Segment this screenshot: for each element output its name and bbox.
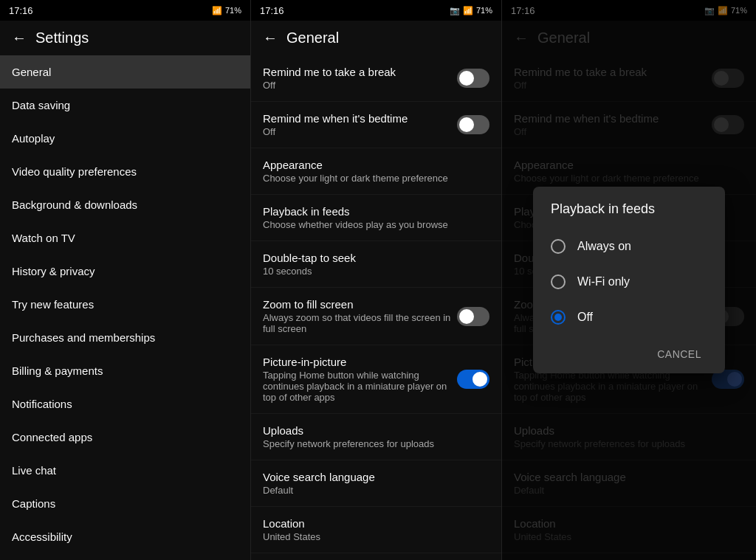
setting-appearance[interactable]: Appearance Choose your light or dark the… (251, 148, 501, 195)
status-time-1: 17:16 (9, 5, 33, 16)
battery-icon: 71% (225, 6, 241, 15)
setting-pip-title: Picture-in-picture (263, 356, 457, 368)
nav-item-notifications[interactable]: Notifications (0, 387, 250, 421)
nav-item-live-chat[interactable]: Live chat (0, 454, 250, 487)
setting-voice-search[interactable]: Voice search language Default (251, 460, 501, 507)
setting-double-tap-text: Double-tap to seek 10 seconds (263, 252, 489, 277)
setting-zoom-fill-subtitle: Always zoom so that videos fill the scre… (263, 312, 457, 334)
setting-zoom-fill-text: Zoom to fill screen Always zoom so that … (263, 298, 457, 334)
radio-always-on[interactable] (551, 239, 566, 254)
general-header: ← General (251, 21, 501, 55)
nav-list: General Data saving Autoplay Video quali… (0, 55, 250, 560)
pip-toggle-thumb (472, 372, 487, 387)
setting-bedtime-text: Remind me when it's bedtime Off (263, 112, 457, 137)
nav-item-history-privacy[interactable]: History & privacy (0, 255, 250, 288)
dialog-cancel-button[interactable]: CANCEL (645, 341, 713, 367)
setting-take-break-text: Remind me to take a break Off (263, 66, 457, 91)
setting-take-break-title: Remind me to take a break (263, 66, 457, 78)
bedtime-toggle-thumb (459, 117, 474, 132)
status-bar-2: 17:16 📷 📶 71% (251, 0, 501, 21)
camera-icon: 📷 (450, 6, 460, 15)
dialog-option-always-on[interactable]: Always on (533, 229, 725, 264)
nav-item-general[interactable]: General (0, 55, 250, 89)
nav-item-connected-apps[interactable]: Connected apps (0, 421, 250, 454)
general-settings-panel-dimmed: 17:16 📷 📶 71% ← General Remind me to tak… (502, 0, 756, 560)
dialog-option-wifi-only[interactable]: Wi-Fi only (533, 264, 725, 300)
nav-item-autoplay[interactable]: Autoplay (0, 122, 250, 155)
setting-appearance-subtitle: Choose your light or dark theme preferen… (263, 173, 489, 184)
setting-double-tap-title: Double-tap to seek (263, 252, 489, 264)
radio-off-selected (554, 314, 562, 321)
nav-item-billing[interactable]: Billing & payments (0, 354, 250, 387)
setting-voice-search-text: Voice search language Default (263, 471, 489, 496)
setting-uploads-text: Uploads Specify network preferences for … (263, 424, 489, 449)
general-settings-panel: 17:16 📷 📶 71% ← General Remind me to tak… (251, 0, 502, 560)
status-time-2: 17:16 (260, 5, 284, 16)
setting-playback-feeds-title: Playback in feeds (263, 205, 489, 218)
general-title-2: General (286, 30, 339, 46)
radio-off[interactable] (551, 310, 566, 325)
setting-uploads-title: Uploads (263, 424, 489, 437)
settings-title: Settings (35, 30, 89, 46)
nav-item-try-features[interactable]: Try new features (0, 288, 250, 321)
take-break-toggle[interactable] (457, 69, 489, 88)
bedtime-toggle[interactable] (457, 115, 489, 134)
setting-voice-search-title: Voice search language (263, 471, 489, 483)
status-bar-1: 17:16 📶 71% (0, 0, 250, 21)
nav-item-watch-tv[interactable]: Watch on TV (0, 221, 250, 255)
setting-voice-search-subtitle: Default (263, 485, 489, 496)
setting-location-subtitle: United States (263, 531, 489, 542)
nav-item-accessibility[interactable]: Accessibility (0, 520, 250, 553)
dialog-option-off-label: Off (577, 311, 593, 324)
setting-take-break[interactable]: Remind me to take a break Off (251, 55, 501, 102)
settings-list: Remind me to take a break Off Remind me … (251, 55, 501, 560)
dialog-option-always-on-label: Always on (577, 240, 631, 253)
setting-double-tap[interactable]: Double-tap to seek 10 seconds (251, 241, 501, 288)
settings-nav-panel: 17:16 📶 71% ← Settings General Data savi… (0, 0, 251, 560)
battery-icon-2: 71% (476, 6, 492, 15)
back-icon-2[interactable]: ← (263, 30, 278, 46)
setting-pip-subtitle: Tapping Home button while watching conti… (263, 370, 457, 403)
nav-item-purchases[interactable]: Purchases and memberships (0, 321, 250, 354)
setting-take-break-subtitle: Off (263, 80, 457, 91)
setting-location-text: Location United States (263, 517, 489, 542)
setting-bedtime-title: Remind me when it's bedtime (263, 112, 457, 125)
setting-uploads[interactable]: Uploads Specify network preferences for … (251, 414, 501, 460)
nav-item-background-downloads[interactable]: Background & downloads (0, 188, 250, 221)
setting-location[interactable]: Location United States (251, 507, 501, 553)
wifi-icon: 📶 (212, 6, 222, 15)
nav-item-video-quality[interactable]: Video quality preferences (0, 155, 250, 188)
nav-item-captions[interactable]: Captions (0, 487, 250, 520)
wifi-icon-2: 📶 (463, 6, 473, 15)
settings-header: ← Settings (0, 21, 250, 55)
back-icon-1[interactable]: ← (12, 30, 27, 46)
dialog-overlay[interactable]: Playback in feeds Always on Wi-Fi only O… (502, 0, 756, 560)
status-icons-2: 📷 📶 71% (450, 6, 492, 15)
setting-appearance-title: Appearance (263, 159, 489, 171)
nav-item-data-saving[interactable]: Data saving (0, 89, 250, 122)
setting-bedtime-subtitle: Off (263, 126, 457, 137)
setting-location-title: Location (263, 517, 489, 530)
zoom-fill-toggle-thumb (459, 309, 474, 324)
pip-toggle[interactable] (457, 370, 489, 389)
setting-playback-feeds-text: Playback in feeds Choose whether videos … (263, 205, 489, 230)
setting-double-tap-subtitle: 10 seconds (263, 266, 489, 277)
setting-uploads-subtitle: Specify network preferences for uploads (263, 438, 489, 449)
playback-feeds-dialog: Playback in feeds Always on Wi-Fi only O… (533, 187, 725, 373)
setting-bedtime[interactable]: Remind me when it's bedtime Off (251, 102, 501, 148)
setting-pip-text: Picture-in-picture Tapping Home button w… (263, 356, 457, 403)
setting-playback-feeds[interactable]: Playback in feeds Choose whether videos … (251, 195, 501, 241)
dialog-option-wifi-only-label: Wi-Fi only (577, 275, 630, 288)
radio-wifi-only[interactable] (551, 274, 566, 289)
dialog-title: Playback in feeds (533, 201, 725, 229)
status-icons-1: 📶 71% (212, 6, 241, 15)
setting-zoom-fill-title: Zoom to fill screen (263, 298, 457, 311)
setting-appearance-text: Appearance Choose your light or dark the… (263, 159, 489, 184)
setting-pip[interactable]: Picture-in-picture Tapping Home button w… (251, 345, 501, 414)
take-break-toggle-thumb (459, 71, 474, 86)
setting-playback-feeds-subtitle: Choose whether videos play as you browse (263, 219, 489, 230)
dialog-actions: CANCEL (533, 335, 725, 373)
dialog-option-off[interactable]: Off (533, 300, 725, 335)
zoom-fill-toggle[interactable] (457, 307, 489, 326)
setting-zoom-fill[interactable]: Zoom to fill screen Always zoom so that … (251, 288, 501, 345)
